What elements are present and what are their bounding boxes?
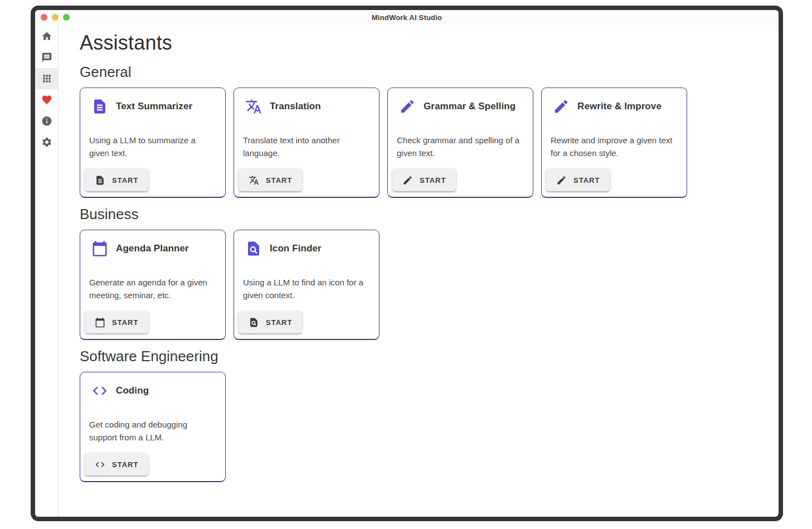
start-button-label: START bbox=[112, 460, 138, 469]
doc-search-icon bbox=[245, 240, 262, 257]
start-button[interactable]: START bbox=[239, 311, 302, 333]
document-icon bbox=[95, 175, 105, 186]
card-header: Agenda Planner bbox=[80, 230, 225, 257]
start-button[interactable]: START bbox=[546, 169, 610, 191]
window-controls bbox=[41, 14, 70, 21]
assistant-card: Text Summarizer Using a LLM to summarize… bbox=[80, 88, 226, 198]
card-description: Get coding and debugging support from a … bbox=[89, 418, 216, 444]
calendar-icon bbox=[91, 240, 108, 257]
main-content: Assistants General Text Summarizer Using… bbox=[59, 25, 779, 517]
info-icon bbox=[41, 115, 52, 127]
calendar-icon bbox=[95, 317, 105, 328]
card-row: Agenda Planner Generate an agenda for a … bbox=[80, 230, 779, 340]
sidebar-item-home[interactable] bbox=[35, 26, 58, 47]
sidebar-item-settings[interactable] bbox=[35, 132, 58, 153]
code-icon bbox=[95, 459, 105, 470]
sections: General Text Summarizer Using a LLM to s… bbox=[80, 63, 779, 482]
card-header: Text Summarizer bbox=[80, 88, 225, 115]
pencil-icon bbox=[399, 98, 416, 115]
start-button[interactable]: START bbox=[85, 453, 148, 475]
card-header: Rewrite & Improve bbox=[542, 88, 687, 115]
assistant-card: Grammar & Spelling Check grammar and spe… bbox=[387, 88, 533, 198]
start-button-label: START bbox=[266, 318, 292, 327]
start-button[interactable]: START bbox=[392, 169, 456, 191]
start-button-label: START bbox=[573, 176, 600, 185]
card-title: Grammar & Spelling bbox=[424, 101, 516, 112]
pencil-icon bbox=[556, 175, 567, 186]
pencil-icon bbox=[402, 175, 413, 186]
gear-icon bbox=[41, 137, 52, 148]
start-button-label: START bbox=[112, 318, 138, 327]
sidebar-item-about[interactable] bbox=[35, 110, 58, 132]
card-header: Grammar & Spelling bbox=[388, 88, 533, 115]
card-header: Translation bbox=[234, 88, 379, 115]
close-button[interactable] bbox=[41, 14, 47, 21]
assistant-card: Icon Finder Using a LLM to find an icon … bbox=[234, 230, 380, 340]
apps-grid-icon bbox=[41, 73, 52, 84]
card-row: Coding Get coding and debugging support … bbox=[80, 372, 779, 482]
start-button-label: START bbox=[112, 176, 138, 185]
page-title: Assistants bbox=[80, 30, 779, 56]
card-title: Icon Finder bbox=[270, 243, 322, 254]
doc-search-icon bbox=[249, 317, 259, 328]
assistant-section: Business Agenda Planner Generate an agen… bbox=[80, 205, 779, 340]
sidebar-item-chats[interactable] bbox=[35, 47, 58, 68]
assistant-card: Coding Get coding and debugging support … bbox=[80, 372, 226, 482]
app-window: MindWork AI Studio Assistants General Te… bbox=[31, 6, 783, 521]
code-icon bbox=[91, 382, 108, 399]
assistant-card: Rewrite & Improve Rewrite and improve a … bbox=[541, 88, 687, 198]
sidebar-item-supporters[interactable] bbox=[35, 89, 58, 110]
card-description: Using a LLM to summarize a given text. bbox=[89, 134, 216, 159]
window-title: MindWork AI Studio bbox=[372, 13, 442, 22]
assistant-section: Software Engineering Coding Get coding a… bbox=[80, 347, 779, 482]
minimize-button[interactable] bbox=[52, 14, 59, 21]
assistant-section: General Text Summarizer Using a LLM to s… bbox=[80, 63, 779, 198]
translate-icon bbox=[249, 175, 259, 186]
document-icon bbox=[91, 98, 108, 115]
assistant-card: Agenda Planner Generate an agenda for a … bbox=[80, 230, 226, 340]
card-description: Using a LLM to find an icon for a given … bbox=[243, 276, 370, 302]
card-title: Coding bbox=[116, 385, 149, 396]
card-description: Generate an agenda for a given meeting, … bbox=[89, 276, 216, 302]
chat-icon bbox=[41, 52, 52, 63]
assistant-card: Translation Translate text into another … bbox=[234, 88, 380, 198]
card-row: Text Summarizer Using a LLM to summarize… bbox=[80, 88, 779, 198]
start-button[interactable]: START bbox=[85, 169, 148, 191]
card-title: Rewrite & Improve bbox=[577, 101, 662, 112]
translate-icon bbox=[245, 98, 262, 115]
start-button-label: START bbox=[266, 176, 292, 185]
card-header: Icon Finder bbox=[234, 230, 379, 257]
card-description: Translate text into another language. bbox=[243, 134, 370, 159]
card-description: Check grammar and spelling of a given te… bbox=[397, 134, 524, 159]
section-label: Business bbox=[80, 205, 779, 223]
card-title: Translation bbox=[270, 101, 321, 112]
card-description: Rewrite and improve a given text for a c… bbox=[551, 134, 678, 159]
start-button[interactable]: START bbox=[239, 169, 302, 191]
start-button-label: START bbox=[420, 176, 446, 185]
section-label: Software Engineering bbox=[80, 347, 779, 365]
start-button[interactable]: START bbox=[85, 311, 148, 333]
zoom-button[interactable] bbox=[63, 14, 70, 21]
title-bar: MindWork AI Studio bbox=[35, 10, 779, 25]
heart-icon bbox=[41, 94, 52, 105]
sidebar-item-assistants[interactable] bbox=[35, 68, 58, 89]
card-header: Coding bbox=[80, 372, 225, 399]
card-title: Agenda Planner bbox=[116, 243, 189, 254]
section-label: General bbox=[80, 63, 779, 81]
sidebar bbox=[35, 25, 59, 517]
card-title: Text Summarizer bbox=[116, 101, 192, 112]
home-icon bbox=[41, 31, 52, 42]
pencil-icon bbox=[553, 98, 570, 115]
